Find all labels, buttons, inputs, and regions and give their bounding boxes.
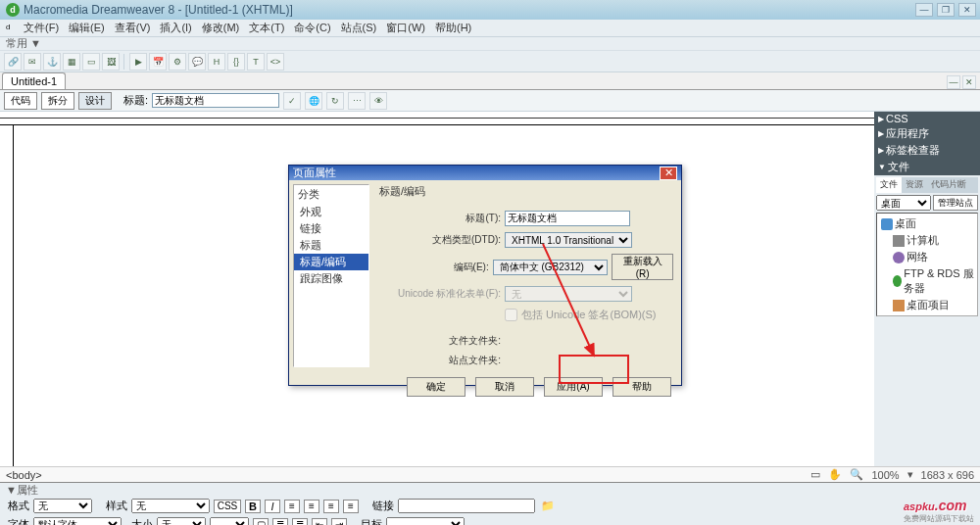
files-tree[interactable]: 桌面 计算机 网络 FTP & RDS 服务器 桌面项目 [876, 213, 978, 316]
maximize-button[interactable]: ❐ [937, 3, 955, 17]
tree-item-desktop[interactable]: 桌面 [879, 215, 975, 232]
site-select[interactable]: 桌面 [876, 195, 931, 211]
menu-insert[interactable]: 插入(I) [156, 20, 195, 36]
ok-button[interactable]: 确定 [407, 377, 466, 397]
cancel-button[interactable]: 取消 [475, 377, 534, 397]
tb-image-icon[interactable]: 🖼 [102, 53, 120, 71]
panel-files[interactable]: ▼文件 [874, 159, 980, 175]
align-right-button[interactable]: ≡ [323, 500, 339, 513]
align-justify-button[interactable]: ≡ [343, 500, 359, 513]
tb-email-icon[interactable]: ✉ [24, 53, 41, 71]
panel-app[interactable]: ▶应用程序 [874, 125, 980, 142]
menu-site[interactable]: 站点(S) [337, 20, 381, 36]
title-row-input[interactable] [505, 211, 630, 226]
encoding-select[interactable]: 简体中文 (GB2312) [493, 260, 609, 275]
menu-modify[interactable]: 修改(M) [198, 20, 244, 36]
help-button[interactable]: 帮助 [612, 377, 671, 397]
doc-tb-refresh-icon[interactable]: ↻ [326, 92, 344, 110]
panel-tag[interactable]: ▶标签检查器 [874, 142, 980, 159]
menu-file[interactable]: 文件(F) [20, 20, 63, 36]
target-select[interactable] [386, 517, 465, 525]
apply-button[interactable]: 应用(A) [544, 377, 603, 397]
tb-tag-icon[interactable]: <> [267, 53, 284, 71]
files-tab-assets[interactable]: 资源 [902, 177, 927, 193]
tree-item-computer[interactable]: 计算机 [879, 232, 975, 249]
cat-links[interactable]: 链接 [294, 220, 368, 237]
title-input[interactable] [152, 93, 279, 108]
zoom-icon[interactable]: 🔍 [850, 468, 863, 481]
doc-tb-view-icon[interactable]: 👁 [369, 92, 387, 110]
doc-tab-label: Untitled-1 [11, 75, 57, 87]
list-ol-button[interactable]: ≣ [292, 518, 308, 526]
align-left-button[interactable]: ≡ [284, 500, 300, 513]
tree-item-ftp[interactable]: FTP & RDS 服务器 [879, 265, 975, 297]
dialog-close-button[interactable]: ✕ [660, 167, 677, 180]
properties-head[interactable]: ▼ 属性 [0, 483, 980, 497]
manage-sites-button[interactable]: 管理站点 [933, 195, 978, 211]
files-tab-snippets[interactable]: 代码片断 [927, 177, 970, 193]
tb-date-icon[interactable]: 📅 [149, 53, 167, 71]
cat-tracing[interactable]: 跟踪图像 [294, 270, 368, 287]
tag-bar: <body> ▭ ✋ 🔍 100% ▾ 1683 x 696 [0, 466, 980, 482]
doc-tb-validate-icon[interactable]: ✓ [283, 92, 301, 110]
bold-button[interactable]: B [245, 500, 261, 513]
minimize-button[interactable]: — [915, 3, 933, 17]
doctype-select[interactable]: XHTML 1.0 Transitional [505, 232, 632, 248]
menu-view[interactable]: 查看(V) [111, 20, 155, 36]
doc-min-icon[interactable]: — [947, 75, 960, 89]
tree-item-project[interactable]: 桌面项目 [879, 297, 975, 313]
menu-help[interactable]: 帮助(H) [431, 20, 475, 36]
doc-tb-browser-icon[interactable]: 🌐 [305, 92, 322, 110]
tb-media-icon[interactable]: ▶ [129, 53, 147, 71]
tree-label: 计算机 [906, 233, 939, 248]
cat-appearance[interactable]: 外观 [294, 204, 368, 220]
doc-tb-options-icon[interactable]: ⋯ [348, 92, 366, 110]
link-input[interactable] [398, 499, 535, 513]
tb-comment-icon[interactable]: 💬 [188, 53, 206, 71]
view-code-button[interactable]: 代码 [4, 92, 37, 110]
outdent-button[interactable]: ⇤ [312, 518, 327, 526]
ftp-icon [893, 275, 902, 287]
files-tab-files[interactable]: 文件 [876, 177, 902, 193]
reload-button[interactable]: 重新载入(R) [612, 254, 673, 280]
align-center-button[interactable]: ≡ [304, 500, 319, 513]
list-ul-button[interactable]: ≣ [272, 518, 288, 526]
format-select[interactable]: 无 [33, 499, 92, 513]
panel-css[interactable]: ▶CSS [874, 112, 980, 125]
dialog-title-bar[interactable]: 页面属性 ✕ [289, 166, 681, 180]
font-select[interactable]: 默认字体 [33, 517, 122, 525]
indent-button[interactable]: ⇥ [331, 518, 347, 526]
tb-layer-icon[interactable]: ▭ [82, 53, 100, 71]
menu-command[interactable]: 命令(C) [290, 20, 334, 36]
tree-item-network[interactable]: 网络 [879, 249, 975, 265]
size-unit-select[interactable] [210, 517, 249, 525]
tb-server-icon[interactable]: ⚙ [169, 53, 186, 71]
cat-headings[interactable]: 标题 [294, 237, 368, 254]
menu-text[interactable]: 文本(T) [245, 20, 288, 36]
tb-table-icon[interactable]: ▦ [63, 53, 80, 71]
tb-template-icon[interactable]: T [247, 53, 265, 71]
close-button[interactable]: ✕ [958, 3, 976, 17]
doc-close-icon[interactable]: ✕ [962, 75, 976, 89]
pointer-icon[interactable]: ▭ [810, 468, 820, 481]
zoom-value[interactable]: 100% [871, 469, 899, 481]
size-select[interactable]: 无 [157, 517, 206, 525]
doc-tab[interactable]: Untitled-1 [2, 72, 66, 89]
tb-hyperlink-icon[interactable]: 🔗 [4, 53, 22, 71]
tb-head-icon[interactable]: H [208, 53, 225, 71]
tb-anchor-icon[interactable]: ⚓ [43, 53, 61, 71]
link-folder-icon[interactable]: 📁 [541, 500, 555, 512]
view-split-button[interactable]: 拆分 [41, 92, 74, 110]
cat-title-encoding[interactable]: 标题/编码 [294, 254, 368, 270]
menu-window[interactable]: 窗口(W) [382, 20, 429, 36]
tag-path[interactable]: <body> [6, 469, 42, 481]
italic-button[interactable]: I [265, 500, 280, 513]
view-design-button[interactable]: 设计 [78, 92, 112, 110]
style-select[interactable]: 无 [131, 499, 210, 513]
insert-bar-label[interactable]: 常用 ▼ [0, 37, 980, 51]
menu-edit[interactable]: 编辑(E) [65, 20, 109, 36]
css-button[interactable]: CSS [214, 500, 241, 513]
tb-script-icon[interactable]: {} [227, 53, 245, 71]
text-color-button[interactable]: ▢ [253, 518, 269, 526]
hand-icon[interactable]: ✋ [828, 468, 842, 481]
